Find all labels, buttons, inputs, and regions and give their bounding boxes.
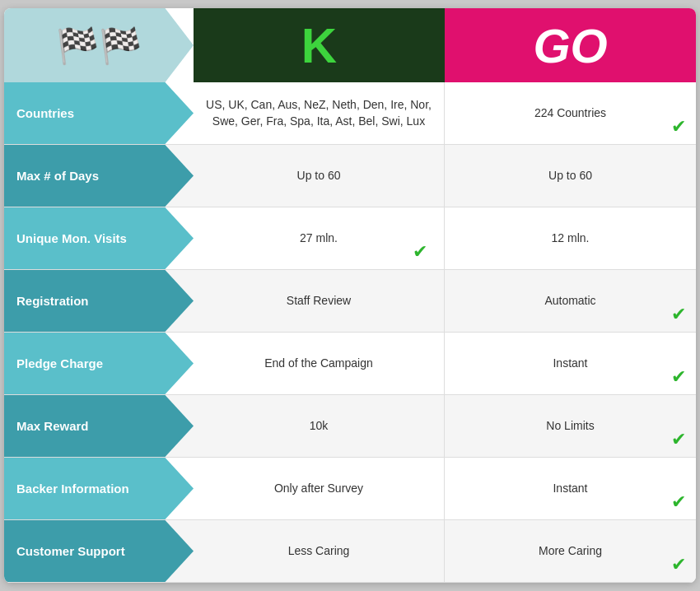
comparison-table: 🏁🏁 K GO Countries US, UK, Can, Aus, NeZ,… — [4, 8, 696, 583]
header-row: 🏁🏁 K GO — [4, 8, 696, 82]
kickstarter-cell-backer: Only after Survey — [194, 458, 445, 519]
kickstarter-value-reward: 10k — [310, 418, 329, 435]
go-value-backer: Instant — [553, 481, 587, 497]
label-cell-visits: Unique Mon. Visits — [4, 207, 194, 269]
row-maxdays: Max # of Days Up to 60 Up to 60 — [4, 145, 696, 207]
label-text-reward: Max Reward — [16, 417, 89, 435]
kickstarter-value-registration: Staff Review — [287, 293, 351, 309]
go-value-reward: No Limits — [546, 418, 594, 435]
go-cell-pledge: Instant ✔ — [445, 333, 696, 394]
label-text-maxdays: Max # of Days — [16, 167, 99, 184]
kickstarter-value-support: Less Caring — [288, 543, 350, 560]
label-text-backer: Backer Information — [16, 480, 129, 497]
go-value-maxdays: Up to 60 — [548, 168, 592, 184]
kickstarter-cell-countries: US, UK, Can, Aus, NeZ, Neth, Den, Ire, N… — [194, 82, 445, 144]
label-cell-maxdays: Max # of Days — [4, 145, 194, 207]
logo-cell: 🏁🏁 — [4, 8, 194, 82]
kickstarter-value-backer: Only after Survey — [274, 481, 363, 497]
label-cell-pledge: Pledge Charge — [4, 333, 194, 394]
flags-icon: 🏁🏁 — [56, 26, 142, 66]
go-cell-reward: No Limits ✔ — [445, 395, 696, 457]
row-reward: Max Reward 10k No Limits ✔ — [4, 395, 696, 458]
go-value-registration: Automatic — [544, 293, 595, 309]
go-cell-countries: 224 Countries ✔ — [445, 82, 696, 144]
label-cell-reward: Max Reward — [4, 395, 194, 457]
go-checkmark-icon: ✔ — [671, 554, 686, 575]
row-pledge: Pledge Charge End of the Campaign Instan… — [4, 333, 696, 395]
go-value-visits: 12 mln. — [552, 230, 590, 247]
go-checkmark-icon: ✔ — [671, 429, 686, 450]
row-countries: Countries US, UK, Can, Aus, NeZ, Neth, D… — [4, 82, 696, 145]
go-cell-support: More Caring ✔ — [445, 520, 696, 582]
kickstarter-value-countries: US, UK, Can, Aus, NeZ, Neth, Den, Ire, N… — [206, 97, 432, 129]
label-cell-countries: Countries — [4, 82, 194, 144]
go-checkmark-icon: ✔ — [671, 491, 686, 513]
label-cell-support: Customer Support — [4, 520, 194, 582]
kickstarter-header: K — [194, 8, 445, 82]
label-cell-backer: Backer Information — [4, 458, 194, 519]
rows-container: Countries US, UK, Can, Aus, NeZ, Neth, D… — [4, 82, 696, 583]
row-registration: Registration Staff Review Automatic ✔ — [4, 270, 696, 333]
go-cell-maxdays: Up to 60 — [445, 145, 696, 207]
go-value-support: More Caring — [539, 543, 602, 560]
label-text-pledge: Pledge Charge — [16, 355, 103, 372]
label-text-countries: Countries — [16, 105, 74, 122]
go-cell-backer: Instant ✔ — [445, 458, 696, 519]
kickstarter-value-visits: 27 mln. — [300, 230, 338, 247]
kickstarter-logo-letter: K — [301, 17, 337, 74]
label-text-visits: Unique Mon. Visits — [16, 230, 127, 247]
go-header: GO — [445, 8, 696, 82]
go-value-countries: 224 Countries — [534, 105, 606, 122]
go-cell-registration: Automatic ✔ — [445, 270, 696, 332]
kickstarter-cell-reward: 10k — [194, 395, 445, 457]
kickstarter-checkmark-icon: ✔ — [413, 241, 427, 263]
go-value-pledge: Instant — [553, 356, 587, 372]
kickstarter-cell-support: Less Caring — [194, 520, 445, 582]
go-logo-text: GO — [533, 18, 607, 73]
label-cell-registration: Registration — [4, 270, 194, 332]
go-checkmark-icon: ✔ — [671, 116, 686, 137]
kickstarter-cell-maxdays: Up to 60 — [194, 145, 445, 207]
go-checkmark-icon: ✔ — [671, 366, 686, 388]
kickstarter-value-maxdays: Up to 60 — [297, 168, 341, 184]
go-cell-visits: 12 mln. — [445, 207, 696, 269]
kickstarter-cell-pledge: End of the Campaign — [194, 333, 445, 394]
row-visits: Unique Mon. Visits 27 mln. ✔ 12 mln. — [4, 207, 696, 270]
label-text-registration: Registration — [16, 292, 89, 309]
label-text-support: Customer Support — [16, 542, 125, 560]
kickstarter-cell-visits: 27 mln. ✔ — [194, 207, 445, 269]
kickstarter-cell-registration: Staff Review — [194, 270, 445, 332]
go-checkmark-icon: ✔ — [671, 304, 686, 325]
kickstarter-value-pledge: End of the Campaign — [264, 356, 373, 372]
row-support: Customer Support Less Caring More Caring… — [4, 520, 696, 583]
row-backer: Backer Information Only after Survey Ins… — [4, 458, 696, 520]
